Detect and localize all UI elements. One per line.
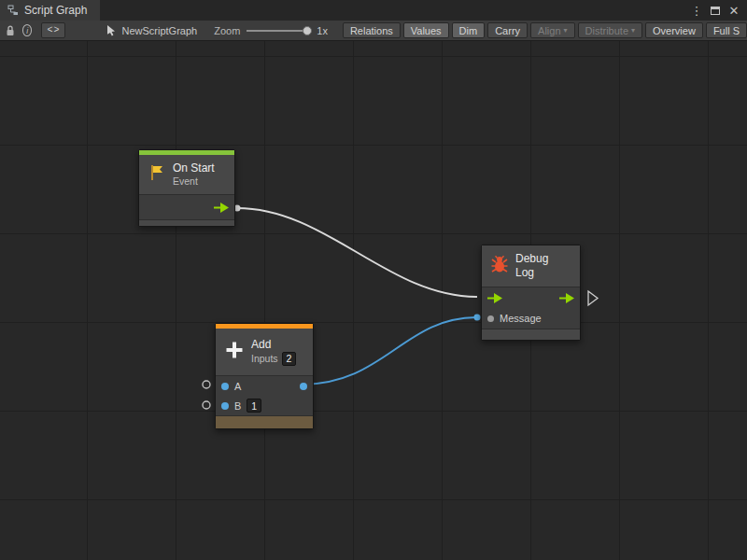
lock-icon[interactable]: [6, 22, 15, 39]
close-icon[interactable]: ✕: [726, 3, 741, 18]
value-output-port-icon[interactable]: [300, 383, 307, 390]
node-title: Add: [251, 338, 296, 352]
message-input-port[interactable]: Message: [482, 308, 580, 329]
unconnected-port-indicator[interactable]: [203, 401, 210, 409]
trigger-input-port-icon[interactable]: [487, 293, 502, 303]
node-header: On Start Event: [139, 155, 234, 194]
port-value-field[interactable]: 1: [247, 399, 261, 413]
script-graph-window: Script Graph ⋮ ✕ i <> NewScriptGraph Zoo…: [0, 0, 747, 560]
node-drag-footer[interactable]: [216, 415, 313, 428]
wire-layer: [0, 41, 747, 560]
value-port-icon[interactable]: [487, 315, 494, 322]
window-controls: ⋮ ✕: [689, 3, 747, 18]
distribute-dropdown[interactable]: Distribute ▾: [578, 22, 642, 38]
fullscreen-button[interactable]: Full S: [706, 22, 747, 38]
port-label: Message: [500, 313, 542, 324]
values-button[interactable]: Values: [403, 22, 449, 38]
inputs-label: Inputs: [251, 353, 278, 365]
value-input-port-icon[interactable]: [221, 402, 229, 410]
wire-add-to-message[interactable]: [301, 317, 477, 385]
tab-title: Script Graph: [24, 4, 87, 17]
chevron-down-icon: ▾: [631, 26, 635, 35]
script-graph-icon: [7, 2, 19, 19]
align-label: Align: [538, 25, 560, 36]
title-bar: Script Graph ⋮ ✕: [0, 0, 747, 21]
node-title: On Start: [173, 161, 215, 175]
node-subtitle: Event: [173, 175, 215, 188]
node-title: Debug: [515, 252, 548, 266]
relations-button[interactable]: Relations: [343, 22, 401, 38]
zoom-slider-handle[interactable]: [303, 26, 312, 35]
bug-icon: [490, 255, 509, 277]
value-input-port-icon[interactable]: [221, 383, 229, 390]
wire-onstart-to-log[interactable]: [237, 208, 477, 297]
port-area: [139, 194, 234, 219]
kebab-menu-icon[interactable]: ⋮: [689, 3, 704, 18]
overview-button[interactable]: Overview: [645, 22, 703, 38]
port-area: A B 1: [216, 375, 313, 415]
zoom-label: Zoom: [214, 25, 240, 36]
graph-name-breadcrumb[interactable]: NewScriptGraph: [121, 25, 197, 36]
input-count-field[interactable]: 2: [282, 352, 297, 366]
port-row-a: A: [216, 376, 313, 396]
port-label: B: [234, 400, 241, 412]
node-footer: [139, 219, 234, 226]
carry-button[interactable]: Carry: [487, 22, 528, 38]
graph-toolbar: i <> NewScriptGraph Zoom 1x Relations Va…: [0, 21, 747, 41]
distribute-label: Distribute: [585, 25, 628, 36]
node-on-start[interactable]: On Start Event: [138, 149, 235, 227]
port-label: A: [234, 381, 241, 392]
port-row-b: B 1: [216, 396, 313, 415]
zoom-value: 1x: [317, 25, 328, 36]
node-debug-log[interactable]: Debug Log Me: [481, 245, 581, 341]
trigger-output-port-icon[interactable]: [559, 293, 574, 303]
align-dropdown[interactable]: Align ▾: [530, 22, 574, 38]
unconnected-port-indicator[interactable]: [203, 381, 210, 388]
flag-icon: [148, 163, 166, 186]
node-add[interactable]: Add Inputs 2 A B 1: [215, 323, 314, 429]
node-subtitle: Inputs 2: [251, 352, 296, 366]
plus-icon: [224, 340, 245, 364]
node-header: Add Inputs 2: [216, 329, 313, 375]
graph-canvas[interactable]: On Start Event: [0, 41, 747, 560]
trigger-ports-row: [482, 287, 580, 308]
port-area: Message: [482, 287, 580, 329]
node-footer: [482, 329, 580, 340]
graph-pointer-icon: [106, 22, 116, 39]
trigger-arrow-icon: [214, 203, 229, 213]
node-header: Debug Log: [482, 245, 580, 287]
chevron-down-icon: ▾: [564, 26, 568, 35]
dim-button[interactable]: Dim: [452, 22, 486, 38]
info-icon[interactable]: i: [22, 24, 32, 36]
flow-continuation-icon[interactable]: [588, 291, 598, 305]
code-view-button[interactable]: <>: [41, 22, 65, 38]
node-subtitle: Log: [515, 266, 548, 280]
maximize-icon[interactable]: [708, 3, 723, 18]
tab-script-graph[interactable]: Script Graph: [0, 0, 100, 21]
zoom-slider[interactable]: [247, 30, 310, 32]
trigger-output-port[interactable]: [139, 195, 234, 219]
